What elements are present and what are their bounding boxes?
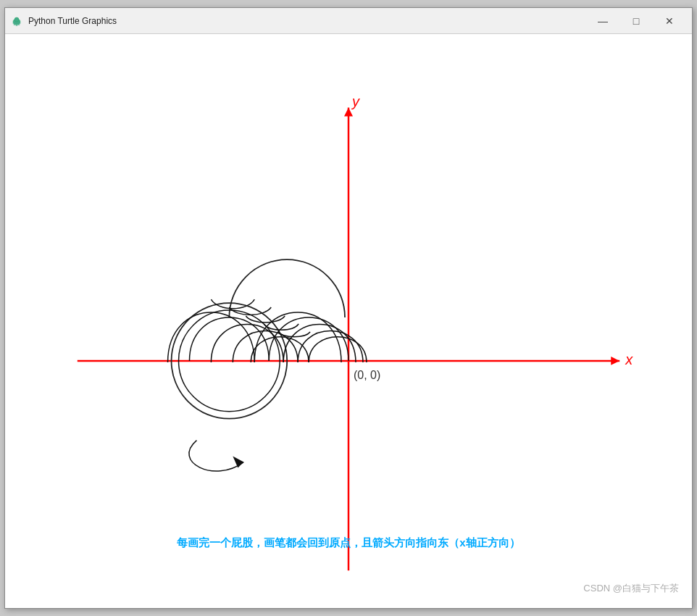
titlebar: Python Turtle Graphics — □ ✕ [5, 8, 692, 34]
svg-point-5 [18, 24, 20, 25]
svg-marker-8 [611, 357, 619, 365]
svg-text:x: x [625, 351, 633, 367]
svg-text:(0, 0): (0, 0) [354, 369, 380, 381]
close-button[interactable]: ✕ [653, 8, 686, 34]
svg-point-6 [16, 25, 18, 26]
minimize-button[interactable]: — [586, 8, 619, 34]
window-controls: — □ ✕ [586, 8, 686, 34]
maximize-button[interactable]: □ [619, 8, 653, 34]
svg-text:y: y [351, 93, 360, 109]
svg-point-3 [19, 22, 21, 24]
watermark: CSDN @白猫与下午茶 [583, 582, 679, 595]
svg-point-1 [14, 17, 19, 22]
canvas-area: x y (0, 0) [5, 34, 692, 608]
window-title: Python Turtle Graphics [28, 16, 117, 26]
turtle-canvas: x y (0, 0) [5, 34, 692, 608]
svg-point-2 [13, 22, 15, 24]
app-window: Python Turtle Graphics — □ ✕ x y [4, 7, 693, 609]
svg-point-4 [14, 24, 16, 25]
titlebar-left: Python Turtle Graphics [11, 15, 117, 27]
svg-marker-14 [233, 457, 243, 468]
app-icon [11, 15, 22, 27]
annotation-text: 每画完一个屁股，画笔都会回到原点，且箭头方向指向东（x轴正方向） [177, 536, 519, 550]
